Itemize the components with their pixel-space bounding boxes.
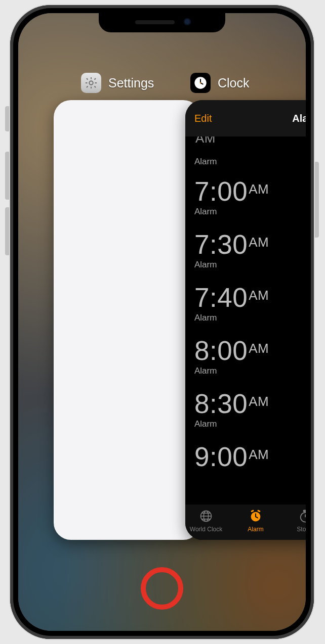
screen: Settings Clock Edit Alarm AMAlarm7:00AMA…: [18, 13, 306, 631]
settings-icon: [81, 73, 101, 93]
volume-up[interactable]: [5, 152, 10, 200]
svg-rect-10: [257, 510, 261, 512]
clock-tabbar: World Clock Alarm: [185, 504, 306, 540]
volume-down[interactable]: [5, 207, 10, 255]
alarm-label: Alarm: [194, 157, 306, 167]
edit-button[interactable]: Edit: [194, 113, 212, 124]
alarm-ampm: AM: [249, 235, 269, 250]
alarm-row[interactable]: 9:00AM: [194, 437, 306, 478]
alarm-row[interactable]: AMAlarm: [194, 136, 306, 172]
tab-stopwatch[interactable]: Stopw: [288, 508, 306, 540]
switcher-card-settings[interactable]: [54, 100, 200, 540]
alarm-row[interactable]: 7:40AMAlarm: [194, 278, 306, 331]
stopwatch-icon: [288, 508, 306, 525]
switcher-card-clock[interactable]: Edit Alarm AMAlarm7:00AMAlarm7:30AMAlarm…: [185, 100, 306, 540]
svg-rect-15: [304, 510, 306, 512]
alarm-time: 8:00AM: [194, 337, 306, 364]
alarm-row[interactable]: 7:30AMAlarm: [194, 225, 306, 278]
notch: [99, 13, 225, 32]
tab-label: World Clock: [188, 526, 224, 533]
alarm-label: Alarm: [194, 366, 306, 376]
clock-title: Alarm: [292, 113, 306, 124]
svg-point-0: [89, 81, 93, 84]
globe-icon: [188, 508, 224, 525]
mute-switch[interactable]: [5, 106, 10, 131]
alarm-time: 7:30AM: [194, 231, 306, 258]
alarm-label: Alarm: [194, 260, 306, 270]
alarm-label: Alarm: [194, 207, 306, 217]
alarm-time: 7:40AM: [194, 284, 306, 311]
tab-label: Stopw: [288, 526, 306, 533]
alarm-row[interactable]: 8:30AMAlarm: [194, 384, 306, 437]
switcher-label-clock[interactable]: Clock: [190, 73, 250, 93]
switcher-label-text: Settings: [108, 76, 154, 90]
svg-rect-9: [251, 510, 254, 512]
alarm-label: Alarm: [194, 419, 306, 429]
alarm-ampm: AM: [249, 341, 269, 356]
phone-frame: Settings Clock Edit Alarm AMAlarm7:00AMA…: [10, 5, 314, 639]
alarm-ampm: AM: [249, 394, 269, 409]
switcher-label-settings[interactable]: Settings: [81, 73, 154, 93]
alarm-label: Alarm: [194, 313, 306, 323]
alarm-row[interactable]: 8:00AMAlarm: [194, 331, 306, 384]
alarm-time: 7:00AM: [194, 178, 306, 205]
alarm-ampm: AM: [195, 136, 216, 146]
alarm-list[interactable]: AMAlarm7:00AMAlarm7:30AMAlarm7:40AMAlarm…: [185, 136, 306, 478]
alarm-ampm: AM: [249, 181, 269, 197]
alarm-time: 8:30AM: [194, 390, 306, 417]
alarm-ampm: AM: [249, 447, 269, 462]
clock-header: Edit Alarm: [185, 100, 306, 136]
tab-alarm[interactable]: Alarm: [238, 508, 273, 540]
alarm-time: AM: [194, 136, 306, 155]
alarm-row[interactable]: 7:00AMAlarm: [194, 172, 306, 225]
svg-point-4: [200, 82, 201, 83]
tab-world-clock[interactable]: World Clock: [188, 508, 224, 540]
switcher-label-text: Clock: [218, 76, 250, 90]
alarm-ampm: AM: [249, 288, 269, 303]
power-button[interactable]: [314, 162, 319, 238]
alarm-icon: [238, 508, 273, 525]
tab-label: Alarm: [238, 526, 273, 533]
clock-app-icon: [190, 73, 211, 93]
alarm-time: 9:00AM: [194, 443, 306, 470]
